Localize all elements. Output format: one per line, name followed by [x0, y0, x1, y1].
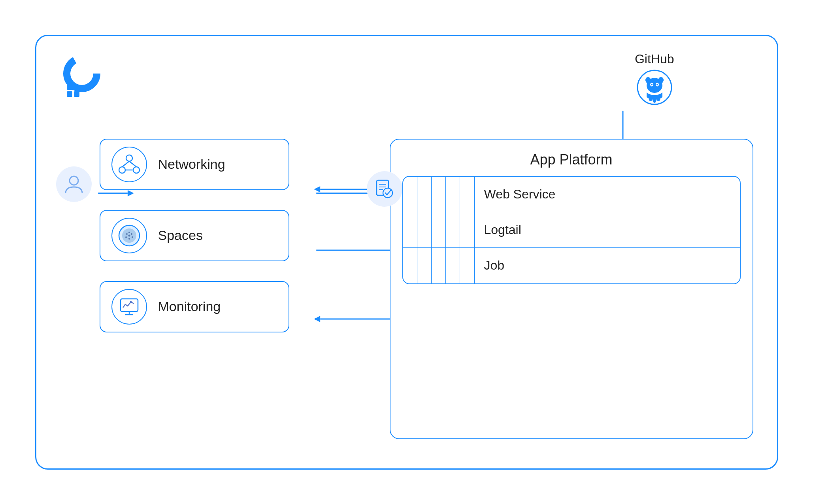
github-icon	[637, 70, 672, 105]
svg-point-39	[131, 233, 132, 235]
service-cols-webservice	[403, 177, 475, 212]
networking-icon-circle	[111, 147, 147, 182]
svg-point-28	[70, 176, 78, 185]
svg-point-31	[133, 167, 140, 173]
svg-point-22	[651, 84, 653, 85]
networking-label: Networking	[158, 157, 225, 172]
svg-rect-44	[121, 299, 138, 311]
left-section: Networking	[100, 139, 289, 332]
networking-box: Networking	[100, 139, 289, 190]
svg-point-26	[653, 96, 656, 103]
svg-point-23	[656, 84, 658, 85]
svg-point-43	[128, 238, 130, 240]
service-col-5	[460, 177, 474, 212]
service-col-5b	[460, 212, 474, 247]
checklist-icon	[373, 178, 396, 200]
svg-point-42	[128, 232, 130, 233]
service-row-logtail: Logtail	[403, 212, 740, 248]
svg-line-32	[122, 161, 129, 167]
spaces-label: Spaces	[158, 228, 203, 243]
monitoring-label: Monitoring	[158, 299, 221, 314]
svg-rect-15	[74, 91, 79, 97]
monitoring-icon	[118, 296, 140, 318]
spaces-box: Spaces	[100, 210, 289, 261]
service-col-2c	[417, 248, 432, 283]
service-col-4c	[446, 248, 460, 283]
svg-point-40	[125, 236, 127, 238]
service-cols-job	[403, 248, 475, 283]
svg-point-27	[656, 95, 660, 101]
service-col-2	[417, 177, 432, 212]
service-col-5c	[460, 248, 474, 283]
monitoring-icon-circle	[111, 289, 147, 325]
service-col-3b	[432, 212, 446, 247]
svg-point-52	[383, 188, 392, 198]
svg-point-24	[653, 86, 656, 88]
svg-point-45	[130, 301, 132, 303]
svg-point-30	[119, 167, 125, 173]
service-cols-logtail	[403, 212, 475, 247]
github-area: GitHub	[635, 52, 674, 105]
user-icon-area	[56, 166, 92, 202]
networking-icon	[118, 153, 140, 176]
services-box: Web Service Logtail	[402, 176, 741, 284]
app-platform-label: App Platform	[402, 151, 741, 168]
digitalocean-logo	[60, 52, 108, 99]
svg-point-25	[649, 95, 653, 101]
job-label: Job	[475, 258, 740, 273]
app-platform-box: App Platform Web Service	[390, 139, 753, 439]
monitoring-box: Monitoring	[100, 281, 289, 332]
svg-point-29	[126, 155, 132, 161]
canvas: GitHub	[15, 15, 798, 489]
service-col-1c	[403, 248, 417, 283]
service-col-4	[446, 177, 460, 212]
svg-rect-13	[67, 83, 74, 90]
user-circle	[56, 166, 92, 202]
svg-marker-5	[314, 186, 320, 192]
github-label: GitHub	[635, 52, 674, 66]
spaces-icon	[118, 225, 140, 247]
svg-marker-9	[314, 316, 320, 322]
service-col-1	[403, 177, 417, 212]
checklist-icon-area	[367, 171, 402, 207]
svg-point-37	[128, 234, 130, 236]
checklist-circle	[367, 171, 402, 207]
service-col-3c	[432, 248, 446, 283]
outer-box: GitHub	[35, 35, 778, 470]
user-svg	[63, 174, 85, 195]
service-col-3	[432, 177, 446, 212]
service-col-4b	[446, 212, 460, 247]
web-service-label: Web Service	[475, 187, 740, 202]
logtail-label: Logtail	[475, 223, 740, 237]
svg-line-33	[129, 161, 136, 167]
svg-point-41	[132, 236, 133, 238]
spaces-icon-circle	[111, 218, 147, 253]
svg-rect-14	[67, 91, 72, 97]
service-row-webservice: Web Service	[403, 177, 740, 212]
service-col-2b	[417, 212, 432, 247]
svg-point-38	[126, 233, 128, 235]
service-row-job: Job	[403, 248, 740, 283]
service-col-1b	[403, 212, 417, 247]
